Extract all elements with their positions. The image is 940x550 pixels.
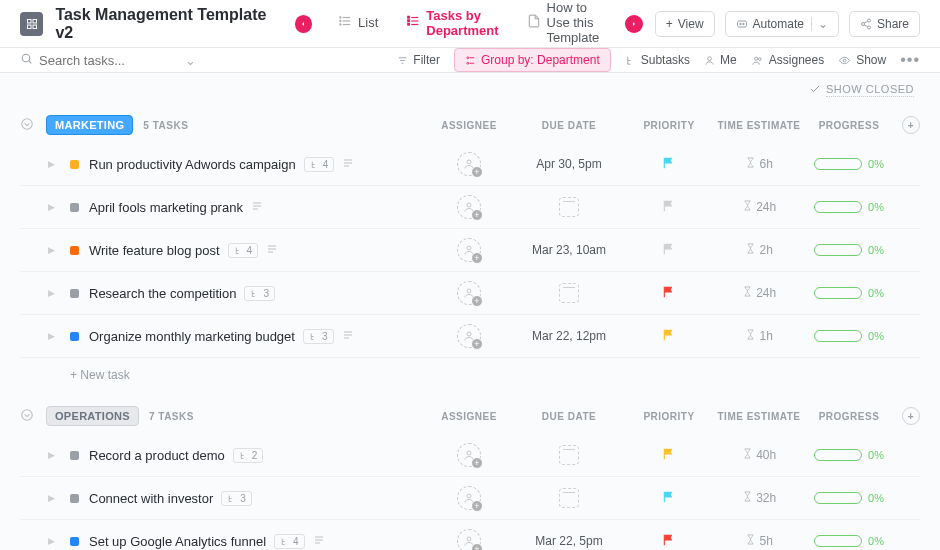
tab-tasks-by-department[interactable]: Tasks by Department [392,0,512,52]
status-square[interactable] [70,494,79,503]
estimate-cell[interactable]: 1h [714,329,804,343]
filter-button[interactable]: Filter [397,53,440,67]
assignees-button[interactable]: Assignees [751,53,824,67]
estimate-cell[interactable]: 32h [714,491,804,505]
calendar-icon[interactable] [559,283,579,303]
estimate-cell[interactable]: 24h [714,286,804,300]
due-cell[interactable]: Mar 22, 12pm [514,329,624,343]
expand-icon[interactable]: ▶ [48,536,60,546]
assignee-cell[interactable]: + [424,152,514,176]
progress-cell[interactable]: 0% [804,287,894,299]
due-cell[interactable] [514,283,624,303]
subtask-chip[interactable]: 2 [233,448,264,463]
subtask-chip[interactable]: 4 [228,243,259,258]
automate-button[interactable]: Automate ⌄ [725,11,839,37]
show-closed-toggle[interactable]: SHOW CLOSED [0,73,940,107]
status-square[interactable] [70,332,79,341]
expand-icon[interactable]: ▶ [48,493,60,503]
assignee-cell[interactable]: + [424,281,514,305]
estimate-cell[interactable]: 40h [714,448,804,462]
tab-list[interactable]: List [324,2,392,45]
calendar-icon[interactable] [559,488,579,508]
progress-cell[interactable]: 0% [804,201,894,213]
nav-next-button[interactable] [625,15,643,33]
assignee-placeholder-icon[interactable]: + [457,443,481,467]
due-cell[interactable] [514,445,624,465]
assignee-cell[interactable]: + [424,238,514,262]
due-cell[interactable]: Mar 22, 5pm [514,534,624,548]
assignee-cell[interactable]: + [424,195,514,219]
assignee-cell[interactable]: + [424,529,514,550]
priority-cell[interactable] [624,156,714,173]
progress-cell[interactable]: 0% [804,244,894,256]
due-cell[interactable] [514,197,624,217]
search-input[interactable] [39,53,169,68]
more-menu-button[interactable]: ••• [900,51,920,69]
assignee-placeholder-icon[interactable]: + [457,486,481,510]
task-row[interactable]: ▶ Record a product demo 2 + 40h 0% [20,434,920,477]
progress-cell[interactable]: 0% [804,449,894,461]
task-row[interactable]: ▶ Organize monthly marketing budget 3 + … [20,315,920,358]
task-row[interactable]: ▶ Research the competition 3 + 24h 0% [20,272,920,315]
assignee-placeholder-icon[interactable]: + [457,529,481,550]
nav-prev-button[interactable] [295,15,313,33]
collapse-icon[interactable] [20,408,36,424]
expand-icon[interactable]: ▶ [48,450,60,460]
due-cell[interactable]: Mar 23, 10am [514,243,624,257]
task-row[interactable]: ▶ Set up Google Analytics funnel 4 + Mar… [20,520,920,550]
progress-cell[interactable]: 0% [804,535,894,547]
me-button[interactable]: Me [704,53,737,67]
estimate-cell[interactable]: 5h [714,534,804,548]
view-button[interactable]: + View [655,11,715,37]
add-column-button[interactable]: + [902,116,920,134]
department-badge[interactable]: Marketing [46,115,133,135]
subtask-chip[interactable]: 3 [221,491,252,506]
task-row[interactable]: ▶ April fools marketing prank + 24h 0% [20,186,920,229]
priority-cell[interactable] [624,490,714,507]
assignee-cell[interactable]: + [424,324,514,348]
search-dropdown[interactable]: ⌄ [183,53,197,68]
assignee-placeholder-icon[interactable]: + [457,238,481,262]
assignee-placeholder-icon[interactable]: + [457,152,481,176]
progress-cell[interactable]: 0% [804,330,894,342]
assignee-placeholder-icon[interactable]: + [457,281,481,305]
progress-cell[interactable]: 0% [804,492,894,504]
status-square[interactable] [70,160,79,169]
status-square[interactable] [70,246,79,255]
due-cell[interactable]: Apr 30, 5pm [514,157,624,171]
share-button[interactable]: Share [849,11,920,37]
task-row[interactable]: ▶ Run productivity Adwords campaign 4 + … [20,143,920,186]
subtask-chip[interactable]: 4 [304,157,335,172]
subtask-chip[interactable]: 3 [244,286,275,301]
priority-cell[interactable] [624,199,714,216]
priority-cell[interactable] [624,447,714,464]
task-row[interactable]: ▶ Write feature blog post 4 + Mar 23, 10… [20,229,920,272]
show-button[interactable]: Show [838,53,886,67]
task-row[interactable]: ▶ Connect with investor 3 + 32h 0% [20,477,920,520]
expand-icon[interactable]: ▶ [48,159,60,169]
status-square[interactable] [70,203,79,212]
expand-icon[interactable]: ▶ [48,288,60,298]
department-badge[interactable]: Operations [46,406,139,426]
expand-icon[interactable]: ▶ [48,202,60,212]
subtask-chip[interactable]: 3 [303,329,334,344]
assignee-placeholder-icon[interactable]: + [457,324,481,348]
calendar-icon[interactable] [559,197,579,217]
progress-cell[interactable]: 0% [804,158,894,170]
status-square[interactable] [70,451,79,460]
priority-cell[interactable] [624,328,714,345]
collapse-icon[interactable] [20,117,36,133]
assignee-cell[interactable]: + [424,486,514,510]
due-cell[interactable] [514,488,624,508]
subtasks-button[interactable]: Subtasks [625,53,690,67]
estimate-cell[interactable]: 24h [714,200,804,214]
estimate-cell[interactable]: 2h [714,243,804,257]
add-column-button[interactable]: + [902,407,920,425]
assignee-cell[interactable]: + [424,443,514,467]
priority-cell[interactable] [624,242,714,259]
expand-icon[interactable]: ▶ [48,331,60,341]
new-task-button[interactable]: + New task [20,358,920,398]
expand-icon[interactable]: ▶ [48,245,60,255]
group-by-button[interactable]: Group by: Department [454,48,611,72]
status-square[interactable] [70,537,79,546]
